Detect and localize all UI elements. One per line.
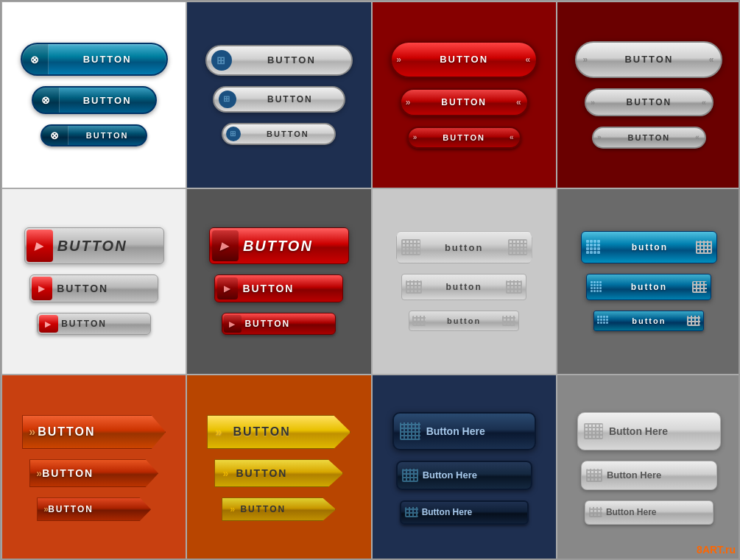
- blue-icon-left-large: ⊗: [22, 44, 49, 74]
- button-red-rect-medium[interactable]: ▶ BUTTON: [214, 274, 343, 302]
- button-silver-large[interactable]: » BUTTON «: [575, 41, 722, 78]
- button-label-7: BUTTON: [407, 54, 521, 65]
- button-navy-round-large[interactable]: Button Here: [392, 412, 536, 450]
- button-label-6: BUTTON: [241, 130, 334, 138]
- button-label-36: Button Here: [606, 507, 657, 517]
- watermark-text: 8ART.ru: [697, 544, 736, 556]
- button-yellow-arrow-small[interactable]: » BUTTON: [222, 497, 336, 521]
- dots-right-icon-medium: [692, 281, 707, 293]
- button-label-17: BUTTON: [242, 283, 294, 294]
- button-yellow-arrow-medium[interactable]: » BUTTON: [214, 459, 343, 487]
- left-arrow-large: »: [392, 54, 407, 65]
- button-label-20: button: [426, 282, 502, 292]
- right-arrow-small: «: [505, 133, 520, 141]
- dots-right-icon-small: [687, 316, 700, 326]
- cell-yellow-arrow: BUTTON » BUTTON » BUTTON: [186, 375, 371, 560]
- button-label-21: button: [429, 316, 499, 325]
- cell-red-rect-gray: ▶ BUTTON ▶ BUTTON ▶ BUTTON: [186, 188, 371, 375]
- right-arrow-silver-medium: «: [697, 98, 712, 107]
- button-silver-round-large[interactable]: Button Here: [577, 412, 721, 450]
- button-label-30: BUTTON: [236, 504, 286, 514]
- button-red-rect-small[interactable]: ▶ BUTTON: [222, 313, 336, 335]
- button-silver-medium[interactable]: » BUTTON «: [585, 88, 713, 116]
- button-silver-curve-small[interactable]: button: [409, 311, 519, 331]
- button-label-3: BUTTON: [68, 131, 146, 140]
- button-red-small[interactable]: » BUTTON «: [407, 127, 521, 149]
- button-red-large[interactable]: » BUTTON «: [390, 41, 538, 78]
- button-label-27: BUTTON: [48, 504, 94, 514]
- left-arrow-silver-large: »: [577, 54, 595, 65]
- blue-dots-icon-small: [597, 316, 610, 326]
- right-arrow-silver-small: «: [691, 133, 705, 141]
- red-sq-icon-large: ▶: [27, 230, 53, 262]
- navy-dots-icon-medium: [402, 469, 418, 482]
- cell-silver-oval-darkred: » BUTTON « » BUTTON « » BUTTON «: [557, 1, 740, 188]
- cell-red-oval-red: » BUTTON « » BUTTON « » BUTTON «: [372, 1, 557, 188]
- button-gray-large[interactable]: ⊞ BUTTON: [205, 45, 353, 76]
- dots-icon-right-small: [502, 316, 515, 326]
- chevron-yellow-medium: »: [222, 467, 230, 479]
- chevron-yellow-small: »: [230, 504, 236, 514]
- button-gray-small[interactable]: ⊞ BUTTON: [222, 123, 336, 145]
- cell-blue-curve-darkgray: button button button: [557, 188, 740, 375]
- button-label-25: BUTTON: [38, 425, 95, 439]
- dots-right-icon-large: [696, 241, 712, 254]
- button-label-19: button: [425, 242, 504, 253]
- button-label-2: BUTTON: [60, 95, 155, 106]
- cell-gray-rect-lightgray: ▶ BUTTON ▶ BUTTON ▶ BUTTON: [1, 188, 186, 375]
- grid-icon-small: ⊞: [226, 127, 241, 141]
- button-orange-arrow-medium[interactable]: » BUTTON: [29, 459, 158, 487]
- button-blue-curve-large[interactable]: button: [581, 231, 717, 263]
- button-label-10: BUTTON: [595, 54, 703, 65]
- button-label-15: BUTTON: [61, 319, 107, 329]
- button-blue-curve-small[interactable]: button: [593, 311, 704, 331]
- button-silver-curve-medium[interactable]: button: [401, 274, 526, 300]
- blue-dots-icon-medium: [591, 281, 605, 293]
- right-arrow-silver-large: «: [703, 54, 722, 65]
- dots-icon-large: [401, 239, 420, 255]
- button-red-rect-large[interactable]: ▶ BUTTON: [209, 227, 349, 264]
- button-label-14: BUTTON: [57, 283, 108, 294]
- red-sq-dark-icon-medium: ▶: [217, 277, 238, 300]
- right-arrow-large: «: [521, 54, 536, 65]
- button-red-medium[interactable]: » BUTTON «: [400, 88, 529, 116]
- button-label-32: Button Here: [423, 469, 477, 481]
- button-gray-medium[interactable]: ⊞ BUTTON: [213, 86, 345, 113]
- button-blue-small[interactable]: ⊗ BUTTON: [40, 124, 147, 146]
- grid-icon-medium: ⊞: [219, 91, 236, 108]
- button-blue-curve-medium[interactable]: button: [586, 274, 711, 300]
- cell-orange-arrow: BUTTON » BUTTON » BUTTON: [1, 375, 186, 560]
- button-silver-round-medium[interactable]: Button Here: [581, 461, 717, 490]
- left-arrow-silver-small: »: [593, 133, 607, 141]
- button-label-11: BUTTON: [601, 97, 697, 107]
- navy-dots-icon-small: [405, 507, 418, 517]
- button-label-34: Button Here: [609, 425, 668, 437]
- button-label-18: BUTTON: [244, 319, 290, 329]
- button-gray-rect-medium[interactable]: ▶ BUTTON: [29, 274, 158, 302]
- button-orange-arrow-large[interactable]: BUTTON: [22, 415, 166, 449]
- cell-navy-round: Button Here Button Here Button Here: [372, 375, 557, 560]
- button-label-22: button: [608, 242, 691, 252]
- navy-dots-icon-large: [400, 422, 420, 440]
- button-silver-round-small[interactable]: Button Here: [585, 500, 713, 525]
- button-silver-small[interactable]: » BUTTON «: [592, 127, 706, 149]
- double-chevron-yellow-large: [215, 425, 223, 439]
- button-silver-curve-large[interactable]: button: [396, 231, 532, 263]
- button-label-1: BUTTON: [49, 54, 166, 65]
- left-arrow-medium: »: [401, 97, 417, 107]
- left-arrow-small: »: [409, 133, 423, 141]
- button-orange-arrow-small[interactable]: » BUTTON: [37, 497, 151, 521]
- button-yellow-arrow-large[interactable]: BUTTON: [207, 415, 350, 449]
- button-blue-medium[interactable]: ⊗ BUTTON: [32, 86, 157, 114]
- button-blue-large[interactable]: ⊗ BUTTON: [21, 43, 168, 76]
- button-label-13: BUTTON: [57, 238, 127, 255]
- dots-icon-right-large: [508, 239, 527, 255]
- button-gray-rect-small[interactable]: ▶ BUTTON: [37, 313, 151, 335]
- button-gray-rect-large[interactable]: ▶ BUTTON: [24, 227, 164, 264]
- button-navy-round-small[interactable]: Button Here: [400, 500, 529, 525]
- button-label-31: Button Here: [426, 425, 485, 437]
- cell-silver-round: Button Here Button Here Button Here: [557, 375, 740, 560]
- red-sq-dark-icon-small: ▶: [224, 315, 242, 333]
- button-navy-round-medium[interactable]: Button Here: [396, 461, 532, 490]
- button-grid: ⊗ BUTTON ⊗ BUTTON ⊗ BUTTON ⊞ BUTTON ⊞ BU…: [1, 1, 740, 560]
